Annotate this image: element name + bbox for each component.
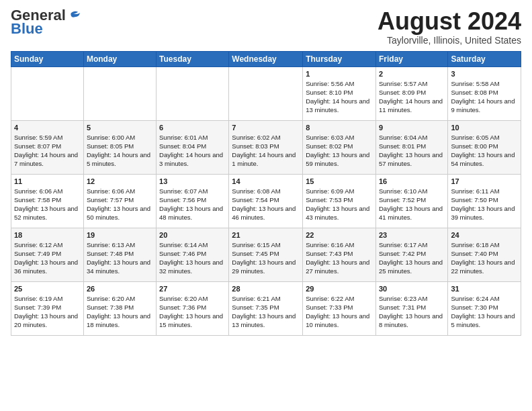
title-area: August 2024 Taylorville, Illinois, Unite… [378,8,521,46]
daylight-label: Daylight: 13 hours and 27 minutes. [306,259,369,275]
sunrise-label: Sunrise: 6:00 AM [87,134,135,141]
day-number: 4 [14,123,81,133]
day-number: 12 [87,177,153,187]
daylight-label: Daylight: 13 hours and 25 minutes. [379,259,443,275]
sunrise-label: Sunrise: 6:03 AM [306,134,354,141]
calendar-header-friday: Friday [375,51,447,66]
daylight-label: Daylight: 13 hours and 57 minutes. [379,151,443,167]
daylight-label: Daylight: 13 hours and 54 minutes. [451,151,515,167]
sunset-label: Sunset: 7:58 PM [14,196,61,203]
day-number: 20 [159,230,226,240]
daylight-label: Daylight: 13 hours and 13 minutes. [232,312,296,328]
sunset-label: Sunset: 8:08 PM [451,89,498,96]
calendar-cell-29: 29Sunrise: 6:22 AMSunset: 7:33 PMDayligh… [303,281,376,335]
sunrise-label: Sunrise: 5:57 AM [379,80,427,87]
calendar-cell-28: 28Sunrise: 6:21 AMSunset: 7:35 PMDayligh… [229,281,303,335]
day-number: 3 [451,69,518,79]
sunset-label: Sunset: 7:33 PM [306,304,353,311]
daylight-label: Daylight: 13 hours and 20 minutes. [14,312,78,328]
sunrise-label: Sunrise: 6:08 AM [232,187,280,195]
calendar-cell-6: 6Sunrise: 6:01 AMSunset: 8:04 PMDaylight… [157,120,229,174]
sunset-label: Sunset: 8:07 PM [14,142,61,150]
calendar-cell-22: 22Sunrise: 6:16 AMSunset: 7:43 PMDayligh… [303,228,376,281]
calendar-cell-27: 27Sunrise: 6:20 AMSunset: 7:36 PMDayligh… [157,281,229,335]
day-number: 28 [232,284,300,294]
location-title: Taylorville, Illinois, United States [378,35,521,46]
day-number: 27 [159,284,226,294]
sunset-label: Sunset: 7:53 PM [306,196,353,203]
sunset-label: Sunset: 7:49 PM [14,250,61,257]
sunrise-label: Sunrise: 6:01 AM [159,134,208,141]
sunset-label: Sunset: 8:10 PM [306,89,353,96]
sunrise-label: Sunrise: 6:22 AM [306,295,354,302]
calendar-cell-8: 8Sunrise: 6:03 AMSunset: 8:02 PMDaylight… [303,120,376,174]
calendar-cell-2: 2Sunrise: 5:57 AMSunset: 8:09 PMDaylight… [375,66,447,120]
sunset-label: Sunset: 7:46 PM [159,250,206,257]
calendar-cell-empty [157,66,229,120]
calendar-cell-25: 25Sunrise: 6:19 AMSunset: 7:39 PMDayligh… [11,281,84,335]
calendar-cell-3: 3Sunrise: 5:58 AMSunset: 8:08 PMDaylight… [448,66,521,120]
daylight-label: Daylight: 13 hours and 8 minutes. [379,312,443,328]
daylight-label: Daylight: 13 hours and 43 minutes. [306,205,369,221]
day-number: 23 [379,230,445,240]
daylight-label: Daylight: 13 hours and 34 minutes. [87,259,150,275]
daylight-label: Daylight: 13 hours and 29 minutes. [232,259,296,275]
day-number: 6 [159,123,226,133]
day-number: 13 [159,177,226,187]
sunrise-label: Sunrise: 6:18 AM [451,241,499,248]
day-number: 14 [232,177,300,187]
logo: General Blue [11,8,82,38]
sunset-label: Sunset: 8:04 PM [159,142,206,150]
sunset-label: Sunset: 8:09 PM [379,89,426,96]
daylight-label: Daylight: 13 hours and 10 minutes. [306,312,369,328]
sunrise-label: Sunrise: 6:02 AM [232,134,280,141]
sunset-label: Sunset: 8:05 PM [87,142,134,150]
day-number: 24 [451,230,518,240]
sunrise-label: Sunrise: 6:11 AM [451,187,499,195]
day-number: 26 [87,284,153,294]
day-number: 5 [87,123,153,133]
sunrise-label: Sunrise: 6:06 AM [87,187,135,195]
sunset-label: Sunset: 7:48 PM [87,250,134,257]
calendar-cell-14: 14Sunrise: 6:08 AMSunset: 7:54 PMDayligh… [229,174,303,228]
day-number: 11 [14,177,81,187]
calendar-cell-12: 12Sunrise: 6:06 AMSunset: 7:57 PMDayligh… [83,174,156,228]
sunrise-label: Sunrise: 6:05 AM [451,134,499,141]
day-number: 7 [232,123,300,133]
day-number: 15 [306,177,373,187]
sunrise-label: Sunrise: 6:19 AM [14,295,62,302]
calendar-cell-1: 1Sunrise: 5:56 AMSunset: 8:10 PMDaylight… [303,66,376,120]
calendar-header-tuesday: Tuesday [157,51,229,66]
daylight-label: Daylight: 13 hours and 32 minutes. [159,259,223,275]
sunset-label: Sunset: 7:50 PM [451,196,498,203]
calendar-cell-empty [83,66,156,120]
month-title: August 2024 [378,8,521,35]
sunset-label: Sunset: 7:40 PM [451,250,498,257]
calendar-cell-11: 11Sunrise: 6:06 AMSunset: 7:58 PMDayligh… [11,174,84,228]
daylight-label: Daylight: 14 hours and 5 minutes. [87,151,150,167]
calendar-cell-19: 19Sunrise: 6:13 AMSunset: 7:48 PMDayligh… [83,228,156,281]
sunset-label: Sunset: 8:02 PM [306,142,353,150]
daylight-label: Daylight: 13 hours and 41 minutes. [379,205,443,221]
sunset-label: Sunset: 7:57 PM [87,196,134,203]
calendar-table: SundayMondayTuesdayWednesdayThursdayFrid… [11,51,521,336]
calendar-header-thursday: Thursday [303,51,376,66]
day-number: 22 [306,230,373,240]
calendar-cell-31: 31Sunrise: 6:24 AMSunset: 7:30 PMDayligh… [448,281,521,335]
sunrise-label: Sunrise: 6:21 AM [232,295,280,302]
calendar-cell-26: 26Sunrise: 6:20 AMSunset: 7:38 PMDayligh… [83,281,156,335]
calendar-week-row: 11Sunrise: 6:06 AMSunset: 7:58 PMDayligh… [11,174,521,228]
header: General Blue August 2024 Taylorville, Il… [11,8,521,46]
daylight-label: Daylight: 13 hours and 22 minutes. [451,259,515,275]
calendar-cell-21: 21Sunrise: 6:15 AMSunset: 7:45 PMDayligh… [229,228,303,281]
calendar-header-saturday: Saturday [448,51,521,66]
calendar-cell-5: 5Sunrise: 6:00 AMSunset: 8:05 PMDaylight… [83,120,156,174]
calendar-cell-20: 20Sunrise: 6:14 AMSunset: 7:46 PMDayligh… [157,228,229,281]
sunset-label: Sunset: 7:43 PM [306,250,353,257]
day-number: 1 [306,69,373,79]
calendar-cell-7: 7Sunrise: 6:02 AMSunset: 8:03 PMDaylight… [229,120,303,174]
sunset-label: Sunset: 8:03 PM [232,142,279,150]
sunrise-label: Sunrise: 6:16 AM [306,241,354,248]
day-number: 9 [379,123,445,133]
calendar-header-row: SundayMondayTuesdayWednesdayThursdayFrid… [11,51,521,66]
